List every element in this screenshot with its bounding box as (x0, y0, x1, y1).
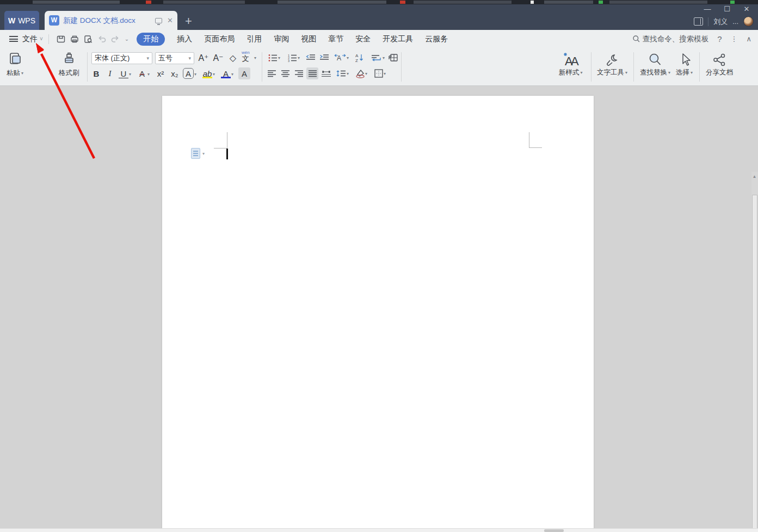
vertical-scrollbar[interactable] (751, 172, 758, 532)
wps-home-button[interactable]: W WPS (4, 11, 39, 30)
underline-caret-icon[interactable]: ▾ (129, 72, 131, 77)
numbered-caret-icon[interactable]: ▾ (298, 55, 300, 60)
hamburger-menu-icon[interactable] (9, 36, 18, 42)
numbered-list-button[interactable]: 123 (286, 52, 298, 64)
collapse-ribbon-icon[interactable]: ∧ (746, 35, 751, 43)
user-name[interactable]: 刘义 (713, 17, 728, 27)
strikethrough-button[interactable]: A (136, 67, 148, 79)
close-button[interactable]: ✕ (741, 5, 753, 14)
decrease-indent-button[interactable] (305, 52, 317, 64)
text-effect-caret-icon[interactable]: ▾ (194, 72, 196, 77)
bold-button[interactable]: B (90, 67, 102, 79)
bullet-list-button[interactable] (267, 52, 279, 64)
highlight-button[interactable]: ab (201, 67, 213, 79)
char-shading-button[interactable]: A (238, 67, 250, 79)
paste-button[interactable]: 粘贴▾ (7, 51, 23, 78)
tab-view[interactable]: 视图 (301, 34, 316, 44)
distribute-button[interactable] (320, 67, 332, 79)
shading-button[interactable] (354, 67, 366, 79)
tab-security[interactable]: 安全 (355, 34, 371, 44)
print-preview-icon[interactable] (82, 34, 95, 44)
italic-button[interactable]: I (104, 67, 116, 79)
tab-section[interactable]: 章节 (328, 34, 343, 44)
tab-developer[interactable]: 开发工具 (383, 34, 413, 44)
increase-font-button[interactable]: A⁺ (198, 52, 209, 64)
text-tool-label: 文字工具 (597, 68, 624, 77)
shading-caret-icon[interactable]: ▾ (365, 71, 367, 76)
tab-review[interactable]: 审阅 (274, 34, 289, 44)
text-layout-button[interactable] (387, 52, 399, 64)
help-icon[interactable]: ? (717, 34, 722, 44)
sort-button[interactable]: AZ (354, 52, 366, 64)
highlight-caret-icon[interactable]: ▾ (213, 72, 215, 77)
new-style-button[interactable]: AA 新样式▾ (559, 52, 583, 77)
document-options-floatie[interactable]: ▾ (191, 148, 205, 159)
borders-button[interactable] (373, 67, 385, 79)
undo-icon[interactable] (95, 34, 109, 44)
maximize-button[interactable]: ☐ (721, 5, 733, 14)
strikethrough-caret-icon[interactable]: ▾ (147, 72, 150, 77)
font-color-button[interactable]: A (220, 67, 232, 79)
align-left-button[interactable] (266, 67, 278, 79)
font-size-combobox[interactable]: 五号 ▾ (155, 52, 194, 64)
font-color-caret-icon[interactable]: ▾ (231, 72, 233, 77)
scrollbar-up-icon[interactable]: ▲ (751, 173, 757, 181)
minimize-button[interactable]: — (701, 5, 713, 14)
clear-format-button[interactable]: ◇ (227, 52, 239, 64)
align-right-button[interactable] (293, 67, 305, 79)
command-search[interactable]: 查找命令、搜索模板 (632, 34, 709, 44)
tab-home[interactable]: 开始 (137, 33, 165, 46)
line-spacing-caret-icon[interactable]: ▾ (347, 71, 349, 76)
vertical-scrollbar-thumb[interactable] (752, 195, 757, 532)
horizontal-scrollbar-thumb[interactable] (544, 529, 564, 532)
increase-indent-button[interactable] (318, 52, 330, 64)
find-replace-button[interactable]: 查找替换▾ (640, 52, 670, 77)
font-name-combobox[interactable]: 宋体 (正文) ▾ (91, 52, 152, 64)
text-tool-button[interactable]: 文字工具▾ (597, 52, 627, 77)
borders-caret-icon[interactable]: ▾ (384, 71, 386, 76)
new-tab-button[interactable]: + (185, 14, 192, 28)
paste-caret-icon: ▾ (21, 71, 23, 76)
redo-icon[interactable] (109, 34, 122, 44)
horizontal-scrollbar[interactable] (0, 528, 758, 532)
char-scale-caret-icon[interactable]: ▾ (347, 55, 349, 60)
underline-button[interactable]: U (118, 67, 130, 79)
char-scale-button[interactable]: A (333, 52, 347, 64)
pinyin-guide-button[interactable]: wén 文 (242, 51, 250, 62)
paragraph-marks-caret-icon[interactable]: ▾ (383, 55, 385, 60)
user-more[interactable]: ... (732, 17, 738, 26)
margin-mark-top-right-v (529, 132, 529, 148)
format-painter-button[interactable]: 格式刷 (59, 51, 79, 78)
pinyin-caret-icon[interactable]: ▾ (254, 55, 256, 60)
decrease-font-button[interactable]: A⁻ (212, 52, 224, 64)
line-spacing-button[interactable] (335, 67, 347, 79)
justify-button[interactable] (306, 67, 318, 79)
file-menu[interactable]: 文件 (22, 34, 38, 44)
toolbar-customize-caret-icon[interactable]: ⌄ (125, 36, 129, 42)
subscript-button[interactable]: x₂ (169, 67, 181, 79)
tab-monitor-icon[interactable] (155, 18, 162, 23)
document-canvas[interactable]: ▾ ▲ (0, 86, 758, 532)
tab-references[interactable]: 引用 (246, 34, 262, 44)
document-page[interactable]: ▾ (162, 96, 594, 532)
align-center-button[interactable] (279, 67, 291, 79)
bullet-caret-icon[interactable]: ▾ (278, 55, 280, 60)
document-tab[interactable]: W 新建 DOCX 文档.docx ✕ (45, 11, 177, 30)
task-window-icon[interactable] (694, 17, 703, 26)
superscript-button[interactable]: x² (155, 67, 167, 79)
more-options-icon[interactable]: ⋮ (730, 35, 737, 43)
print-icon[interactable] (68, 34, 82, 44)
tab-close-icon[interactable]: ✕ (167, 16, 173, 24)
tab-insert[interactable]: 插入 (177, 34, 192, 44)
save-icon[interactable] (54, 34, 68, 44)
text-effect-button[interactable]: A (183, 68, 194, 79)
floatie-caret-icon[interactable]: ▾ (202, 151, 205, 156)
tab-cloud[interactable]: 云服务 (425, 34, 448, 44)
svg-text:A: A (355, 53, 359, 58)
share-document-button[interactable]: 分享文档 (706, 52, 733, 77)
file-menu-caret-icon[interactable]: ˅ (40, 36, 43, 42)
user-avatar[interactable] (743, 16, 754, 27)
select-button[interactable]: 选择▾ (676, 52, 693, 77)
paragraph-marks-button[interactable] (369, 52, 383, 64)
tab-page-layout[interactable]: 页面布局 (204, 34, 235, 44)
